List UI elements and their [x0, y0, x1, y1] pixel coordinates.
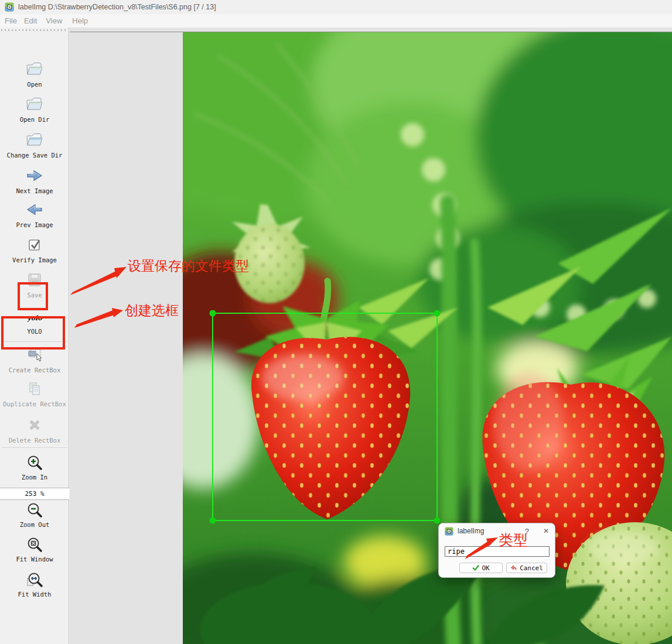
title-bar: labelImg D:\StrawberryDetection_v8\TestF… [0, 0, 672, 14]
fit-window-icon [0, 536, 69, 555]
open-dir-folder-icon [0, 97, 69, 115]
strawberry-photo [183, 32, 672, 644]
note-type: 类型 [499, 532, 528, 547]
delete-x-icon [0, 417, 69, 436]
tool-label: Duplicate RectBox [0, 400, 69, 407]
window-title: labelImg D:\StrawberryDetection_v8\TestF… [18, 3, 216, 11]
cancel-button[interactable]: Cancel [506, 563, 547, 573]
ok-button[interactable]: OK [459, 563, 503, 573]
bbox-handle-tr[interactable] [434, 310, 441, 317]
tool-duplicate-rectbox[interactable]: Duplicate RectBox [0, 381, 69, 407]
bbox-handle-br[interactable] [434, 518, 441, 524]
ok-check-icon [472, 564, 479, 571]
open-folder-icon [0, 61, 69, 80]
tool-fit-window[interactable]: Fit Window [0, 536, 69, 563]
bbox-handle-bl[interactable] [210, 518, 216, 524]
photo-canvas[interactable] [183, 32, 672, 644]
tool-label: Delete RectBox [0, 437, 69, 444]
duplicate-rectbox-icon [0, 381, 69, 400]
verify-checkbox-icon [0, 237, 69, 256]
highlight-box-yolo [18, 282, 48, 310]
menu-edit[interactable]: Edit [24, 16, 37, 25]
canvas-top-border [70, 32, 672, 32]
ok-label: OK [482, 564, 489, 572]
tool-label: Fit Width [0, 591, 69, 598]
cancel-undo-arrow-icon [510, 564, 517, 571]
tool-label: Open [0, 81, 69, 88]
tool-label: Next Image [0, 187, 69, 194]
highlight-box-create-rectbox [1, 316, 65, 350]
tool-label: Verify Image [0, 256, 69, 263]
tool-delete-rectbox[interactable]: Delete RectBox [0, 417, 69, 444]
tool-fit-width[interactable]: Fit Width [0, 571, 69, 598]
tool-open-dir[interactable]: Open Dir [0, 97, 69, 123]
toolbar-drag-handle[interactable] [1, 29, 67, 31]
zoom-in-icon [0, 454, 69, 473]
fit-width-icon [0, 571, 69, 590]
tool-label: Fit Window [0, 556, 69, 563]
labelimg-app-icon [445, 527, 453, 536]
tool-change-save-dir[interactable]: Change Save Dir [0, 132, 69, 159]
tool-label: Zoom Out [0, 521, 69, 528]
tool-zoom-in[interactable]: Zoom In [0, 454, 69, 481]
tool-next-image[interactable]: Next Image [0, 168, 69, 194]
label-input[interactable] [445, 546, 550, 557]
tool-prev-image[interactable]: Prev Image [0, 202, 69, 228]
tool-label: Open Dir [0, 116, 69, 123]
tool-zoom-out[interactable]: Zoom Out [0, 502, 69, 528]
toolbar-separator [2, 447, 67, 448]
create-rectbox-icon [0, 347, 69, 366]
tool-label: Change Save Dir [0, 152, 69, 159]
label-dialog: labelImg ? ✕ OK Cancel [438, 523, 555, 578]
labelimg-app-icon [5, 2, 14, 12]
bbox-handle-tl[interactable] [210, 310, 216, 317]
zoom-level-indicator[interactable]: 253 % [0, 488, 69, 500]
note-save-format: 设置保存的文件类型 [128, 259, 249, 273]
zoom-out-icon [0, 502, 69, 520]
tool-verify-image[interactable]: Verify Image [0, 237, 69, 263]
menu-help[interactable]: Help [72, 16, 88, 25]
menu-bar: File Edit View Help [0, 14, 672, 28]
dialog-title: labelImg [458, 527, 484, 535]
dialog-close-icon[interactable]: ✕ [543, 527, 549, 535]
tool-create-rectbox[interactable]: Create RectBox [0, 347, 69, 374]
tool-open[interactable]: Open [0, 61, 69, 88]
cancel-label: Cancel [520, 564, 543, 572]
menu-file[interactable]: File [5, 16, 17, 25]
menu-view[interactable]: View [46, 16, 62, 25]
tool-label: Zoom In [0, 474, 69, 481]
tool-label: Prev Image [0, 221, 69, 228]
dialog-title-bar: labelImg ? ✕ [439, 523, 555, 539]
save-dir-folder-icon [0, 132, 69, 151]
next-arrow-icon [0, 168, 69, 187]
note-create-box: 创建选框 [125, 303, 179, 317]
tool-label: Create RectBox [0, 366, 69, 374]
prev-arrow-icon [0, 202, 69, 221]
